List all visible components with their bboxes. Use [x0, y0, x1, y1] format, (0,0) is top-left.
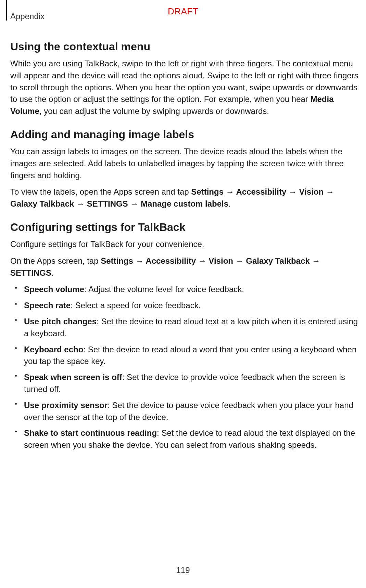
setting-desc: : Select a speed for voice feedback. — [71, 301, 201, 310]
text-run: . — [228, 199, 231, 208]
paragraph-image-labels-2: To view the labels, open the Apps screen… — [10, 186, 362, 210]
setting-desc: : Adjust the volume level for voice feed… — [84, 285, 244, 294]
bullet-icon — [15, 375, 17, 377]
list-item: Speech rate: Select a speed for voice fe… — [10, 300, 362, 312]
setting-name: Keyboard echo — [24, 345, 83, 354]
paragraph-talkback-2: On the Apps screen, tap Settings → Acces… — [10, 255, 362, 279]
bullet-icon — [15, 303, 17, 305]
setting-name: Shake to start continuous reading — [24, 428, 157, 437]
paragraph-contextual-menu: While you are using TalkBack, swipe to t… — [10, 58, 362, 117]
list-item: Shake to start continuous reading: Set t… — [10, 427, 362, 451]
setting-name: Use proximity sensor — [24, 401, 108, 410]
bullet-icon — [15, 287, 17, 289]
text-run: . — [51, 268, 54, 277]
list-item: Keyboard echo: Set the device to read al… — [10, 344, 362, 368]
document-page: Appendix DRAFT Using the contextual menu… — [0, 0, 366, 588]
paragraph-image-labels-1: You can assign labels to images on the s… — [10, 146, 362, 181]
bullet-icon — [15, 319, 17, 321]
paragraph-talkback-1: Configure settings for TalkBack for your… — [10, 238, 362, 250]
bullet-icon — [15, 347, 17, 349]
text-run: While you are using TalkBack, swipe to t… — [10, 59, 358, 104]
setting-name: Use pitch changes — [24, 317, 97, 326]
text-run: To view the labels, open the Apps screen… — [10, 187, 191, 196]
heading-image-labels: Adding and managing image labels — [10, 128, 362, 141]
list-item: Use pitch changes: Set the device to rea… — [10, 316, 362, 340]
page-content: Using the contextual menu While you are … — [10, 40, 362, 455]
list-item: Speech volume: Adjust the volume level f… — [10, 284, 362, 296]
setting-name: Speak when screen is off — [24, 373, 122, 382]
heading-contextual-menu: Using the contextual menu — [10, 40, 362, 53]
list-item: Speak when screen is off: Set the device… — [10, 371, 362, 395]
text-run: , you can adjust the volume by swiping u… — [39, 106, 269, 116]
setting-name: Speech rate — [24, 301, 71, 310]
setting-name: Speech volume — [24, 285, 84, 294]
list-item: Use proximity sensor: Set the device to … — [10, 400, 362, 423]
heading-talkback-settings: Configuring settings for TalkBack — [10, 221, 362, 234]
page-number: 119 — [0, 565, 366, 575]
bullet-icon — [15, 403, 17, 405]
draft-watermark: DRAFT — [0, 6, 366, 17]
text-run: On the Apps screen, tap — [10, 256, 101, 265]
settings-list: Speech volume: Adjust the volume level f… — [10, 284, 362, 451]
bullet-icon — [15, 431, 17, 432]
